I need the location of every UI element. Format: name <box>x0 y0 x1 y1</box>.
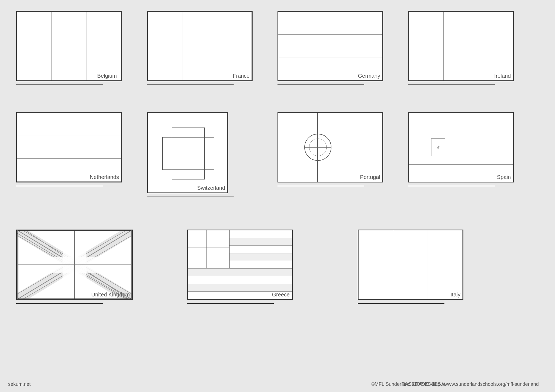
stripe-1 <box>409 12 444 80</box>
flag-greece: Greece <box>187 230 293 300</box>
uk-flag-svg <box>17 230 132 299</box>
spain-coat: ⚜ <box>431 139 445 156</box>
uk-label: United Kingdom <box>91 292 130 298</box>
italy-label: Italy <box>450 292 460 298</box>
france-write-line <box>147 84 234 85</box>
row-1: Belgium France Germany <box>16 11 539 93</box>
switzerland-label: Switzerland <box>197 185 225 191</box>
greece-write-line <box>187 303 274 304</box>
stripe-2 <box>52 12 86 80</box>
greece-canton <box>188 230 230 268</box>
stripe-1 <box>148 12 182 80</box>
france-label: France <box>233 73 250 79</box>
stripe-3 <box>86 12 121 80</box>
svg-rect-0 <box>172 128 205 179</box>
ireland-label: Ireland <box>494 73 511 79</box>
stripe-1 <box>409 113 513 130</box>
belgium-label: Belgium <box>16 73 119 79</box>
flag-cell-ireland: Ireland <box>408 11 525 85</box>
footer-right: ©MFL Sunderland 2007 CS http://www.sunde… <box>371 381 539 387</box>
footer-right2: RASKRASKIKIDS.ru <box>402 381 447 387</box>
stripe-1 <box>17 113 121 136</box>
netherlands-write-line <box>16 186 103 186</box>
stripe-1 <box>17 12 52 80</box>
stripe-2 <box>393 230 428 299</box>
stripe-3 <box>217 12 252 80</box>
stripe-3 <box>478 12 513 80</box>
row-2: Netherlands Switzerland <box>16 112 539 205</box>
flag-germany: Germany <box>278 11 383 81</box>
ireland-write-line <box>408 84 495 85</box>
netherlands-label: Netherlands <box>90 174 119 180</box>
flag-portugal: Portugal <box>278 112 383 182</box>
cross-h <box>188 247 229 247</box>
flag-cell-switzerland: Switzerland <box>147 112 264 197</box>
portugal-vline <box>318 134 318 161</box>
flag-italy: Italy <box>358 230 463 300</box>
uk-write-line <box>16 303 103 304</box>
svg-rect-1 <box>163 137 214 170</box>
flag-cell-greece: Greece <box>187 230 328 304</box>
germany-write-line <box>278 84 364 85</box>
stripe-2 <box>278 35 382 58</box>
stripe-1 <box>359 230 393 299</box>
flag-france: France <box>147 11 253 81</box>
flag-cell-belgium: Belgium <box>16 11 133 85</box>
portugal-label: Portugal <box>360 174 380 180</box>
flag-switzerland: Switzerland <box>147 112 228 193</box>
flag-cell-netherlands: Netherlands <box>16 112 133 197</box>
stripe-2 <box>17 136 121 159</box>
flag-spain: ⚜ Spain <box>408 112 514 182</box>
italy-write-line <box>358 303 444 304</box>
flag-cell-portugal: Portugal <box>278 112 395 197</box>
stripe-2 <box>182 12 217 80</box>
cross-v <box>206 230 206 268</box>
page: Belgium France Germany <box>0 0 555 392</box>
row-3: United Kingdom <box>16 230 539 312</box>
flag-uk: United Kingdom <box>16 230 133 300</box>
switzerland-write-line <box>147 197 234 197</box>
portugal-write-line <box>278 186 364 186</box>
spain-write-line <box>408 186 495 186</box>
flag-netherlands: Netherlands <box>16 112 122 182</box>
belgium-write-line <box>16 84 103 85</box>
germany-label: Germany <box>358 73 380 79</box>
switzerland-cross-svg <box>148 113 228 193</box>
flag-cell-uk: United Kingdom <box>16 230 157 304</box>
spain-label: Spain <box>497 174 511 180</box>
flag-cell-italy: Italy <box>358 230 488 304</box>
flag-belgium: Belgium <box>16 11 122 81</box>
stripe-1 <box>278 12 382 35</box>
greece-label: Greece <box>272 292 290 298</box>
flag-cell-spain: ⚜ Spain <box>408 112 525 197</box>
footer-left: sekum.net <box>8 381 31 387</box>
gs8 <box>188 284 292 292</box>
flag-cell-france: France <box>147 11 264 85</box>
flag-cell-germany: Germany <box>278 11 395 85</box>
stripe-2 <box>444 12 478 80</box>
stripe-3 <box>428 230 463 299</box>
gs7 <box>188 276 292 284</box>
stripe-2 <box>409 130 513 165</box>
flag-ireland: Ireland <box>408 11 514 81</box>
gs6 <box>188 269 292 276</box>
